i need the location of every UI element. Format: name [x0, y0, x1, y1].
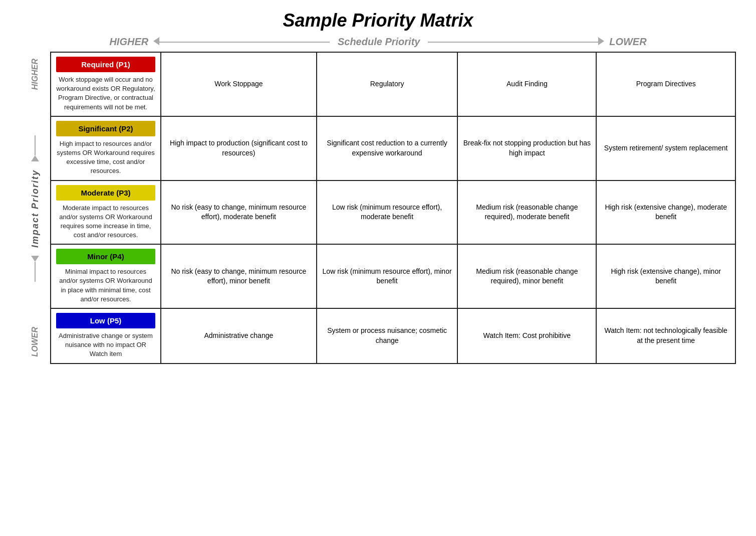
- priority-cell-p5: Low (P5)Administrative change or system …: [51, 308, 161, 364]
- matrix-cell-p1-col0: Work Stoppage: [161, 52, 317, 116]
- priority-badge-p1: Required (P1): [56, 57, 155, 72]
- schedule-label: Schedule Priority: [330, 36, 428, 48]
- table-row-p3: Moderate (P3)Moderate impact to resource…: [51, 181, 735, 245]
- table-row-p4: Minor (P4)Minimal impact to resources an…: [51, 244, 735, 308]
- matrix-cell-p3-col0: No risk (easy to change, minimum resourc…: [161, 181, 317, 245]
- impact-higher-label: HIGHER: [31, 59, 40, 90]
- priority-cell-p4: Minor (P4)Minimal impact to resources an…: [51, 244, 161, 308]
- priority-matrix-table: Required (P1)Work stoppage will occur an…: [50, 52, 736, 364]
- priority-desc-p4: Minimal impact to resources and/or syste…: [56, 267, 155, 304]
- matrix-cell-p1-col1: Regulatory: [317, 52, 458, 116]
- arrow-up-line: [35, 135, 36, 155]
- arrow-line-left: [159, 42, 330, 43]
- priority-cell-p1: Required (P1)Work stoppage will occur an…: [51, 52, 161, 116]
- priority-badge-p4: Minor (P4): [56, 249, 155, 264]
- schedule-priority-bar: HIGHER Schedule Priority LOWER: [20, 36, 736, 48]
- matrix-cell-p4-col2: Medium risk (reasonable change required)…: [457, 244, 596, 308]
- arrow-line-right: [428, 42, 598, 43]
- matrix-cell-p4-col3: High risk (extensive change), minor bene…: [596, 244, 735, 308]
- matrix-cell-p3-col1: Low risk (minimum resource effort), mode…: [317, 181, 458, 245]
- arrow-down-icon: [31, 256, 39, 262]
- arrow-up-icon: [31, 155, 39, 161]
- priority-cell-p3: Moderate (P3)Moderate impact to resource…: [51, 181, 161, 245]
- matrix-cell-p2-col1: Significant cost reduction to a currentl…: [317, 116, 458, 181]
- matrix-cell-p5-col1: System or process nuisance; cosmetic cha…: [317, 308, 458, 364]
- priority-badge-p5: Low (P5): [56, 313, 155, 328]
- impact-label-block: Impact Priority: [30, 90, 41, 327]
- matrix-cell-p1-col2: Audit Finding: [457, 52, 596, 116]
- matrix-cell-p5-col3: Watch Item: not technologically feasible…: [596, 308, 735, 364]
- matrix-cell-p5-col0: Administrative change: [161, 308, 317, 364]
- matrix-cell-p2-col2: Break-fix not stopping production but ha…: [457, 116, 596, 181]
- impact-priority-sidebar: HIGHER Impact Priority LOWER: [20, 52, 50, 364]
- impact-lower-label: LOWER: [31, 327, 40, 357]
- matrix-cell-p3-col2: Medium risk (reasonable change required)…: [457, 181, 596, 245]
- schedule-arrow: Schedule Priority: [153, 36, 604, 48]
- priority-cell-p2: Significant (P2)High impact to resources…: [51, 116, 161, 181]
- arrow-right-icon: [598, 37, 604, 47]
- priority-badge-p2: Significant (P2): [56, 121, 155, 136]
- table-row-p1: Required (P1)Work stoppage will occur an…: [51, 52, 735, 116]
- table-row-p2: Significant (P2)High impact to resources…: [51, 116, 735, 181]
- impact-label: Impact Priority: [30, 169, 41, 248]
- matrix-cell-p4-col1: Low risk (minimum resource effort), mino…: [317, 244, 458, 308]
- matrix-cell-p5-col2: Watch Item: Cost prohibitive: [457, 308, 596, 364]
- arrow-left-icon: [153, 37, 159, 47]
- matrix-cell-p3-col3: High risk (extensive change), moderate b…: [596, 181, 735, 245]
- table-row-p5: Low (P5)Administrative change or system …: [51, 308, 735, 364]
- schedule-higher-label: HIGHER: [109, 36, 148, 48]
- main-wrapper: HIGHER Impact Priority LOWER Required (P…: [20, 52, 736, 364]
- page-title: Sample Priority Matrix: [283, 10, 473, 31]
- priority-badge-p3: Moderate (P3): [56, 185, 155, 201]
- priority-desc-p2: High impact to resources and/or systems …: [56, 139, 155, 176]
- schedule-lower-label: LOWER: [609, 36, 646, 48]
- matrix-cell-p4-col0: No risk (easy to change, minimum resourc…: [161, 244, 317, 308]
- matrix-cell-p1-col3: Program Directives: [596, 52, 735, 116]
- priority-desc-p3: Moderate impact to resources and/or syst…: [56, 204, 155, 240]
- matrix-cell-p2-col3: System retirement/ system replacement: [596, 116, 735, 181]
- arrow-down-line: [35, 262, 36, 282]
- priority-desc-p5: Administrative change or system nuisance…: [56, 331, 155, 359]
- priority-desc-p1: Work stoppage will occur and no workarou…: [56, 75, 155, 112]
- matrix-cell-p2-col0: High impact to production (significant c…: [161, 116, 317, 181]
